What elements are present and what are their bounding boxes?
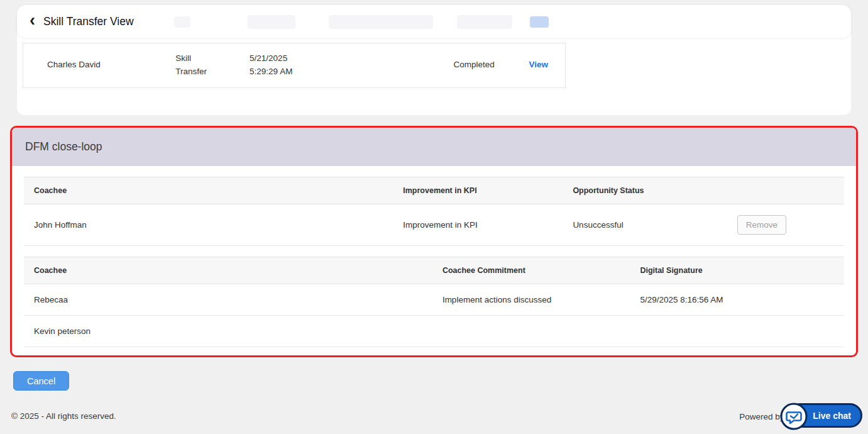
table-row: John Hoffman Improvement in KPI Unsucces…: [24, 204, 844, 246]
chat-bubble-icon: [779, 401, 809, 431]
table-row: Kevin peterson: [24, 316, 844, 347]
obscured-header-cell: [329, 15, 433, 29]
commitment-table-header-row: Coachee Coachee Commitment Digital Signa…: [24, 257, 844, 284]
live-chat-label: Live chat: [813, 411, 851, 421]
dfm-section-body: Coachee Improvement in KPI Opportunity S…: [12, 166, 856, 347]
table-row: Charles David Skill Transfer 5/21/2025 5…: [23, 43, 566, 88]
live-chat-widget[interactable]: Live chat: [788, 403, 862, 428]
obscured-header-cell: [248, 15, 295, 29]
skill-transfer-history-table: Charles David Skill Transfer 5/21/2025 5…: [23, 43, 566, 88]
signature-cell: [630, 316, 844, 347]
kpi-table: Coachee Improvement in KPI Opportunity S…: [24, 177, 844, 246]
status-cell: Completed: [430, 43, 505, 88]
opportunity-status-cell: Unsuccessful: [563, 204, 725, 246]
time-line: 5:29:29 AM: [250, 65, 301, 79]
empty-cell: [307, 43, 430, 88]
commitment-table: Coachee Coachee Commitment Digital Signa…: [24, 257, 844, 347]
column-header-improvement: Improvement in KPI: [393, 177, 563, 204]
coachee-cell: John Hoffman: [24, 204, 393, 246]
obscured-header-cell: [457, 15, 512, 29]
column-header-coachee: Coachee: [24, 177, 393, 204]
column-header-opportunity-status: Opportunity Status: [563, 177, 725, 204]
obscured-header-cell: [174, 16, 190, 28]
view-action-cell: View: [505, 43, 566, 88]
dfm-close-loop-section: DFM close-loop Coachee Improvement in KP…: [10, 126, 858, 357]
row-actions-cell: Remove: [725, 204, 844, 246]
column-header-actions: [725, 177, 844, 204]
coach-name-cell: Charles David: [23, 43, 152, 88]
signature-cell: 5/29/2025 8:16:56 AM: [630, 284, 844, 316]
kpi-table-header-row: Coachee Improvement in KPI Opportunity S…: [24, 177, 844, 204]
obscured-view-header: [530, 16, 549, 28]
date-line: 5/21/2025: [250, 52, 301, 65]
page-title: Skill Transfer View: [43, 15, 134, 28]
dfm-section-title: DFM close-loop: [25, 140, 102, 153]
remove-button[interactable]: Remove: [737, 215, 786, 235]
commitment-cell: [432, 316, 630, 347]
view-link[interactable]: View: [529, 60, 549, 69]
page-header: ‹ Skill Transfer View: [17, 5, 851, 38]
dfm-section-header: DFM close-loop: [12, 128, 856, 166]
commitment-cell: Implement actions discussed: [432, 284, 630, 316]
coachee-cell: Rebecaa: [24, 284, 432, 316]
table-row: Rebecaa Implement actions discussed 5/29…: [24, 284, 844, 316]
copyright-text: © 2025 - All rights reserved.: [11, 411, 116, 421]
coachee-cell: Kevin peterson: [24, 316, 432, 347]
back-chevron-icon[interactable]: ‹: [30, 12, 35, 29]
date-cell: 5/21/2025 5:29:29 AM: [226, 43, 307, 88]
column-header-coachee: Coachee: [24, 257, 432, 284]
column-header-digital-signature: Digital Signature: [630, 257, 844, 284]
page: ‹ Skill Transfer View Charles David Skil…: [0, 0, 868, 434]
cancel-button[interactable]: Cancel: [13, 371, 69, 391]
transfer-type-cell: Skill Transfer: [151, 43, 226, 88]
column-header-commitment: Coachee Commitment: [432, 257, 630, 284]
improvement-cell: Improvement in KPI: [393, 204, 563, 246]
